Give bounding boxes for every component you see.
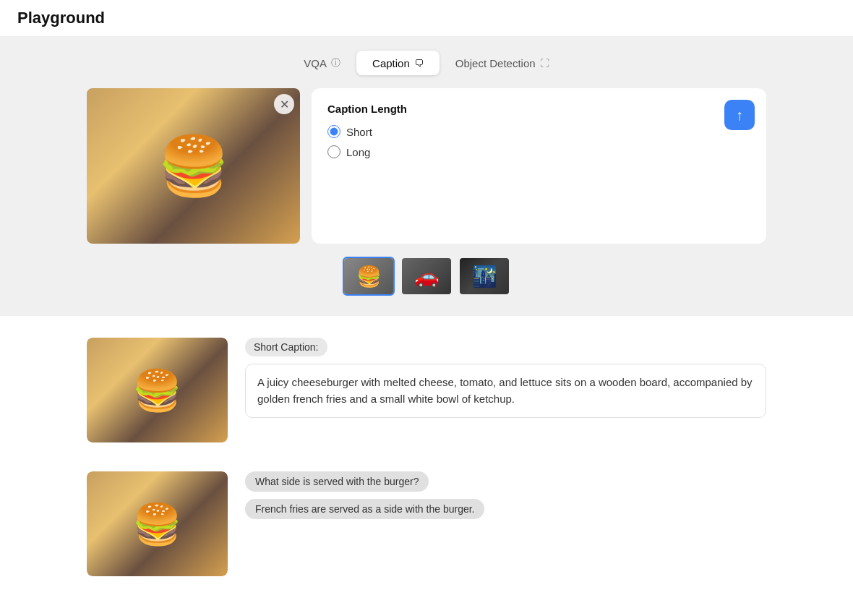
page-title: Playground: [17, 9, 105, 27]
vqa-label: VQA: [304, 57, 327, 69]
radio-short[interactable]: [327, 125, 340, 138]
caption-icon: 🗨: [414, 58, 424, 69]
vqa-result-row: What side is served with the burger? Fre…: [87, 471, 766, 576]
caption-result-content: Short Caption: A juicy cheeseburger with…: [245, 338, 766, 418]
object-detection-label: Object Detection: [455, 57, 536, 69]
submit-button[interactable]: ↑: [724, 100, 755, 130]
caption-answer-box: A juicy cheeseburger with melted cheese,…: [245, 364, 766, 418]
submit-icon: ↑: [736, 107, 743, 124]
option-short[interactable]: Short: [327, 125, 750, 138]
result-image-burger-2: [87, 471, 228, 576]
tab-caption[interactable]: Caption 🗨: [356, 51, 440, 75]
option-long[interactable]: Long: [327, 145, 750, 158]
vqa-answer-badge: French fries are served as a side with t…: [245, 499, 484, 519]
caption-label: Caption: [372, 57, 410, 69]
tab-object-detection[interactable]: Object Detection ⛶: [440, 51, 565, 75]
thumbnail-strip: 🍔 🚗 🌃: [0, 257, 853, 296]
thumb-image-1: 🍔: [344, 258, 393, 294]
radio-long[interactable]: [327, 145, 340, 158]
tab-bar: VQA ⓘ Caption 🗨 Object Detection ⛶: [0, 51, 853, 75]
vqa-result-image: [87, 471, 228, 576]
option-short-label: Short: [346, 126, 372, 138]
object-detection-icon: ⛶: [540, 58, 549, 69]
caption-label-badge: Short Caption:: [245, 338, 327, 356]
thumbnail-1[interactable]: 🍔: [343, 257, 395, 296]
caption-result-row: Short Caption: A juicy cheeseburger with…: [87, 338, 766, 442]
thumbnail-2[interactable]: 🚗: [400, 257, 453, 296]
thumb-image-3: 🌃: [460, 258, 509, 294]
header: Playground: [0, 0, 853, 36]
caption-length-group: Short Long: [327, 125, 750, 158]
results-section: Short Caption: A juicy cheeseburger with…: [0, 316, 853, 591]
vqa-question-badge: What side is served with the burger?: [245, 471, 429, 492]
playground-panel: VQA ⓘ Caption 🗨 Object Detection ⛶ ✕ Cap…: [0, 36, 853, 316]
tab-vqa[interactable]: VQA ⓘ: [288, 51, 356, 75]
vqa-icon: ⓘ: [331, 56, 340, 69]
thumb-image-2: 🚗: [402, 258, 451, 294]
thumbnail-3[interactable]: 🌃: [458, 257, 510, 296]
option-long-label: Long: [346, 146, 370, 158]
options-panel: Caption Length Short Long ↑: [312, 88, 766, 244]
vqa-result-content: What side is served with the burger? Fre…: [245, 471, 766, 519]
close-image-button[interactable]: ✕: [274, 94, 294, 114]
uploaded-image: [87, 88, 300, 244]
image-upload-box: ✕: [87, 88, 300, 244]
input-area: ✕ Caption Length Short Long ↑: [0, 88, 853, 244]
options-title: Caption Length: [327, 103, 750, 115]
result-image-burger: [87, 338, 228, 442]
caption-result-image: [87, 338, 228, 442]
